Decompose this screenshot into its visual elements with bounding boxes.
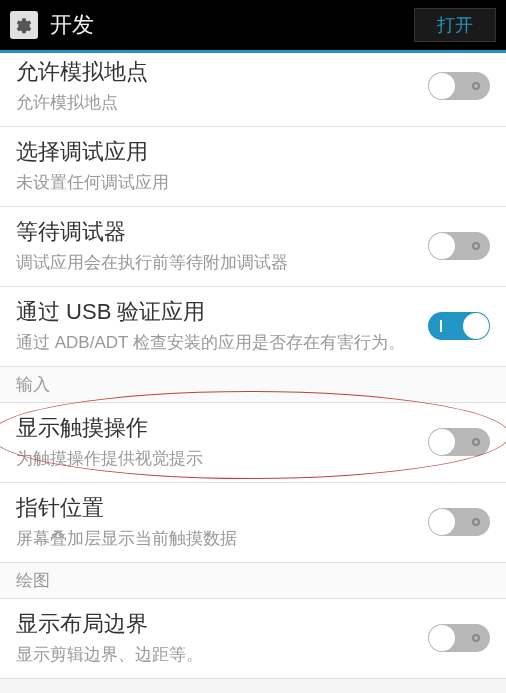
setting-debug-app[interactable]: 选择调试应用 未设置任何调试应用 — [0, 127, 506, 207]
header-bar: 开发 打开 — [0, 0, 506, 50]
settings-icon — [10, 11, 38, 39]
setting-subtitle: 显示剪辑边界、边距等。 — [16, 643, 428, 666]
toggle-pointer-location[interactable] — [428, 508, 490, 536]
section-input: 输入 — [0, 367, 506, 403]
setting-mock-location[interactable]: 允许模拟地点 允许模拟地点 — [0, 53, 506, 127]
toggle-mock-location[interactable] — [428, 72, 490, 100]
setting-title: 指针位置 — [16, 493, 428, 523]
setting-title: 选择调试应用 — [16, 137, 490, 167]
section-drawing: 绘图 — [0, 563, 506, 599]
setting-subtitle: 允许模拟地点 — [16, 91, 428, 114]
setting-title: 通过 USB 验证应用 — [16, 297, 428, 327]
setting-title: 显示布局边界 — [16, 609, 428, 639]
setting-title: 显示触摸操作 — [16, 413, 428, 443]
setting-subtitle: 屏幕叠加层显示当前触摸数据 — [16, 527, 428, 550]
setting-subtitle: 通过 ADB/ADT 检查安装的应用是否存在有害行为。 — [16, 331, 428, 354]
setting-title: 允许模拟地点 — [16, 57, 428, 87]
settings-list: 允许模拟地点 允许模拟地点 选择调试应用 未设置任何调试应用 等待调试器 调试应… — [0, 53, 506, 679]
setting-usb-verify[interactable]: 通过 USB 验证应用 通过 ADB/ADT 检查安装的应用是否存在有害行为。 — [0, 287, 506, 367]
page-title: 开发 — [50, 10, 414, 40]
setting-show-touches[interactable]: 显示触摸操作 为触摸操作提供视觉提示 — [0, 403, 506, 483]
setting-subtitle: 调试应用会在执行前等待附加调试器 — [16, 251, 428, 274]
setting-subtitle: 为触摸操作提供视觉提示 — [16, 447, 428, 470]
setting-layout-bounds[interactable]: 显示布局边界 显示剪辑边界、边距等。 — [0, 599, 506, 679]
setting-subtitle: 未设置任何调试应用 — [16, 171, 490, 194]
toggle-layout-bounds[interactable] — [428, 624, 490, 652]
setting-pointer-location[interactable]: 指针位置 屏幕叠加层显示当前触摸数据 — [0, 483, 506, 563]
toggle-usb-verify[interactable] — [428, 312, 490, 340]
toggle-show-touches[interactable] — [428, 428, 490, 456]
open-button[interactable]: 打开 — [414, 8, 496, 42]
setting-wait-debugger[interactable]: 等待调试器 调试应用会在执行前等待附加调试器 — [0, 207, 506, 287]
setting-title: 等待调试器 — [16, 217, 428, 247]
toggle-wait-debugger[interactable] — [428, 232, 490, 260]
